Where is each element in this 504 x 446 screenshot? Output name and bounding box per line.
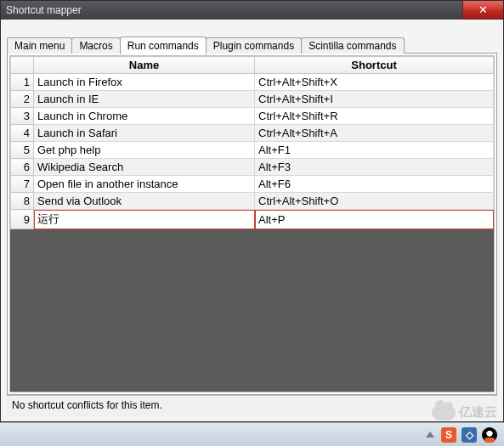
cell-name[interactable]: Get php help [34, 142, 255, 159]
cell-name[interactable]: Open file in another instance [34, 176, 255, 193]
cell-name[interactable]: Launch in Firefox [34, 74, 255, 91]
cell-name[interactable]: 运行 [34, 210, 255, 229]
close-button[interactable]: ✕ [462, 1, 503, 20]
tab-label: Main menu [14, 40, 65, 52]
tab-strip: Main menu Macros Run commands Plugin com… [7, 37, 497, 54]
row-number: 4 [11, 125, 34, 142]
cell-shortcut[interactable]: Ctrl+Alt+Shift+I [255, 91, 494, 108]
cell-shortcut[interactable]: Ctrl+Alt+Shift+X [255, 74, 494, 91]
column-header-shortcut[interactable]: Shortcut [255, 57, 494, 74]
cell-shortcut[interactable]: Alt+P [255, 210, 494, 229]
tab-label: Plugin commands [213, 40, 294, 52]
cell-name[interactable]: Send via Outlook [34, 193, 255, 210]
cell-name[interactable]: Launch in IE [34, 91, 255, 108]
tray-overflow-icon[interactable] [426, 432, 434, 438]
status-bar: No shortcut conflicts for this item. [7, 395, 497, 416]
table-row[interactable]: 9运行Alt+P [11, 210, 494, 229]
row-number: 2 [11, 91, 34, 108]
cell-name[interactable]: Launch in Chrome [34, 108, 255, 125]
tab-macros[interactable]: Macros [71, 37, 120, 54]
row-number: 7 [11, 176, 34, 193]
shortcut-grid-wrap: Name Shortcut 1Launch in FirefoxCtrl+Alt… [9, 55, 495, 392]
column-header-name[interactable]: Name [34, 57, 255, 74]
row-number: 9 [11, 210, 34, 229]
shortcut-grid[interactable]: Name Shortcut 1Launch in FirefoxCtrl+Alt… [10, 56, 494, 229]
grid-empty-area [10, 229, 494, 392]
status-message: No shortcut conflicts for this item. [12, 399, 162, 411]
table-row[interactable]: 3Launch in ChromeCtrl+Alt+Shift+R [11, 108, 494, 125]
row-number: 3 [11, 108, 34, 125]
cell-shortcut[interactable]: Ctrl+Alt+Shift+R [255, 108, 494, 125]
tray-shield-icon[interactable]: ◇ [462, 427, 477, 443]
tray-sogou-icon[interactable]: S [441, 427, 456, 443]
table-row[interactable]: 5Get php helpAlt+F1 [11, 142, 494, 159]
cell-shortcut[interactable]: Alt+F1 [255, 142, 494, 159]
tab-scintilla-commands[interactable]: Scintilla commands [301, 37, 404, 54]
tab-plugin-commands[interactable]: Plugin commands [206, 37, 302, 54]
taskbar: S ◇ [0, 422, 504, 446]
row-number: 1 [11, 74, 34, 91]
close-icon: ✕ [479, 3, 488, 16]
tab-run-commands[interactable]: Run commands [120, 37, 207, 54]
column-header-row: Name Shortcut [11, 57, 494, 74]
window-title: Shortcut mapper [6, 4, 82, 16]
row-number: 6 [11, 159, 34, 176]
tab-label: Macros [79, 40, 112, 52]
table-row[interactable]: 6Wikipedia SearchAlt+F3 [11, 159, 494, 176]
tab-panel: Name Shortcut 1Launch in FirefoxCtrl+Alt… [7, 53, 497, 395]
cell-shortcut[interactable]: Ctrl+Alt+Shift+O [255, 193, 494, 210]
cell-name[interactable]: Wikipedia Search [34, 159, 255, 176]
app-window: Shortcut mapper ✕ Main menu Macros Run c… [0, 0, 504, 422]
tab-main-menu[interactable]: Main menu [7, 37, 72, 54]
tray-qq-icon[interactable] [482, 427, 497, 443]
tab-label: Scintilla commands [309, 40, 396, 52]
tab-label: Run commands [127, 40, 199, 52]
client-area: Main menu Macros Run commands Plugin com… [1, 20, 503, 421]
table-row[interactable]: 2Launch in IECtrl+Alt+Shift+I [11, 91, 494, 108]
titlebar: Shortcut mapper ✕ [1, 1, 503, 20]
table-row[interactable]: 4Launch in SafariCtrl+Alt+Shift+A [11, 125, 494, 142]
cell-shortcut[interactable]: Alt+F3 [255, 159, 494, 176]
row-number: 5 [11, 142, 34, 159]
corner-header [11, 57, 34, 74]
table-row[interactable]: 7Open file in another instanceAlt+F6 [11, 176, 494, 193]
row-number: 8 [11, 193, 34, 210]
cell-shortcut[interactable]: Alt+F6 [255, 176, 494, 193]
cell-shortcut[interactable]: Ctrl+Alt+Shift+A [255, 125, 494, 142]
table-row[interactable]: 1Launch in FirefoxCtrl+Alt+Shift+X [11, 74, 494, 91]
table-row[interactable]: 8Send via OutlookCtrl+Alt+Shift+O [11, 193, 494, 210]
cell-name[interactable]: Launch in Safari [34, 125, 255, 142]
